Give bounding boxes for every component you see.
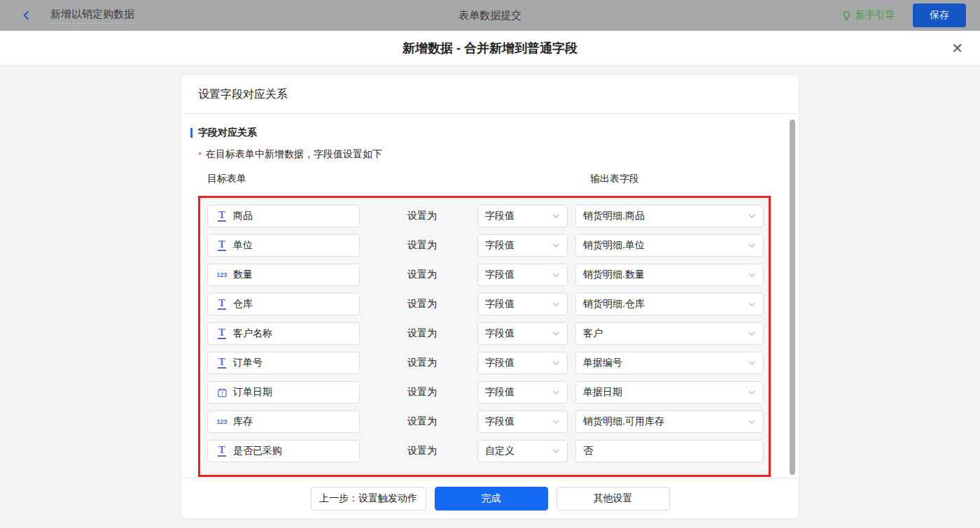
target-field-input[interactable]: T 商品 — [207, 205, 360, 227]
mapping-highlight-box: T 商品 设置为 字段值 销货明细.商品 T 单位 设置为 字段值 — [198, 196, 771, 477]
target-field-input[interactable]: T 单位 — [207, 234, 360, 257]
mode-select[interactable]: 自定义 — [477, 440, 568, 462]
target-field-label: 单位 — [233, 239, 253, 252]
mode-select[interactable]: 字段值 — [477, 381, 568, 404]
output-select-value: 销货明细.数量 — [583, 269, 743, 281]
modal-title: 新增数据 - 合并新增到普通字段 — [402, 40, 578, 57]
set-as-label: 设置为 — [407, 210, 437, 222]
mode-select-value: 字段值 — [485, 298, 547, 311]
lightbulb-icon — [841, 10, 852, 21]
prev-step-button[interactable]: 上一步：设置触发动作 — [311, 487, 426, 511]
mode-select-value: 字段值 — [485, 210, 547, 222]
target-field-label: 库存 — [233, 415, 253, 428]
chevron-down-icon — [748, 388, 756, 397]
save-button[interactable]: 保存 — [913, 3, 966, 27]
mode-select-value: 自定义 — [485, 445, 547, 457]
output-select[interactable]: 单据日期 — [575, 381, 764, 404]
chevron-down-icon — [748, 271, 756, 279]
target-field-label: 仓库 — [233, 298, 253, 311]
mapping-row: T 商品 设置为 字段值 销货明细.商品 — [207, 205, 762, 227]
chevron-down-icon — [552, 388, 560, 397]
chevron-down-icon — [552, 271, 560, 279]
set-as-label: 设置为 — [407, 445, 437, 457]
target-field-label: 数量 — [233, 269, 253, 281]
mapping-row: T 订单号 设置为 字段值 单据编号 — [207, 352, 762, 374]
output-select[interactable]: 销货明细.仓库 — [575, 293, 764, 315]
output-select[interactable]: 客户 — [575, 322, 764, 345]
chevron-down-icon — [552, 418, 560, 426]
mode-select[interactable]: 字段值 — [477, 411, 568, 433]
output-select[interactable]: 销货明细.商品 — [575, 205, 764, 227]
target-field-input[interactable]: T 是否已采购 — [207, 440, 360, 462]
chevron-down-icon — [552, 447, 560, 455]
back-button[interactable] — [18, 7, 35, 24]
vertical-scrollbar[interactable] — [790, 120, 795, 475]
target-field-label: 客户名称 — [233, 327, 272, 340]
custom-value-input[interactable]: 否 — [575, 440, 764, 462]
mapping-row: 123 库存 设置为 字段值 销货明细.可用库存 — [207, 411, 762, 433]
output-select[interactable]: 销货明细.可用库存 — [575, 411, 764, 433]
column-headers: 目标表单 输出表字段 — [198, 173, 782, 187]
chevron-down-icon — [748, 329, 756, 338]
mode-select-value: 字段值 — [485, 239, 547, 252]
mode-select[interactable]: 字段值 — [477, 264, 568, 286]
chevron-down-icon — [748, 359, 756, 367]
other-settings-button[interactable]: 其他设置 — [556, 487, 670, 511]
target-field-input[interactable]: 123 数量 — [207, 264, 360, 286]
required-note: * 在目标表单中新增数据，字段值设置如下 — [198, 148, 782, 161]
set-as-label: 设置为 — [407, 298, 437, 311]
mapping-row: 123 数量 设置为 字段值 销货明细.数量 — [207, 264, 762, 286]
chevron-down-icon — [748, 418, 756, 426]
chevron-down-icon — [552, 241, 560, 250]
mode-select[interactable]: 字段值 — [477, 293, 568, 315]
target-field-input[interactable]: T 客户名称 — [207, 322, 360, 345]
output-select-value: 否 — [583, 445, 756, 457]
card-header-title: 设置字段对应关系 — [181, 75, 799, 114]
mapping-row: 7 订单日期 设置为 字段值 单据日期 — [207, 381, 762, 404]
target-field-input[interactable]: T 仓库 — [207, 293, 360, 315]
number-field-icon: 123 — [215, 271, 229, 278]
text-field-icon: T — [215, 211, 229, 222]
number-field-icon: 123 — [215, 418, 229, 425]
output-select-value: 销货明细.可用库存 — [583, 415, 743, 428]
mapping-rows: T 商品 设置为 字段值 销货明细.商品 T 单位 设置为 字段值 — [207, 205, 762, 462]
modal-body: 设置字段对应关系 字段对应关系 * 在目标表单中新增数据，字段值设置如下 目标表… — [0, 66, 980, 528]
text-field-icon: T — [215, 357, 229, 369]
topbar: 新增以销定购数据 表单数据提交 新手引导 保存 — [0, 0, 980, 31]
flow-name-editable[interactable]: 新增以销定购数据 — [50, 8, 134, 24]
beginner-guide-link[interactable]: 新手引导 — [841, 9, 895, 22]
topbar-center-title: 表单数据提交 — [458, 9, 522, 22]
chevron-down-icon — [552, 300, 560, 308]
chevron-down-icon — [748, 300, 756, 308]
output-select[interactable]: 销货明细.单位 — [575, 234, 764, 257]
output-select-value: 销货明细.单位 — [583, 239, 743, 252]
done-button[interactable]: 完成 — [435, 487, 548, 511]
svg-text:7: 7 — [220, 390, 223, 395]
target-field-label: 订单号 — [233, 357, 262, 369]
section-accent-bar — [190, 128, 192, 138]
mode-select[interactable]: 字段值 — [477, 322, 568, 345]
mode-select[interactable]: 字段值 — [477, 205, 568, 227]
required-asterisk: * — [198, 148, 202, 160]
mode-select[interactable]: 字段值 — [477, 234, 568, 257]
set-as-label: 设置为 — [407, 386, 437, 399]
output-select[interactable]: 单据编号 — [575, 352, 764, 374]
mode-select-value: 字段值 — [485, 357, 547, 369]
mode-select[interactable]: 字段值 — [477, 352, 568, 374]
chevron-down-icon — [552, 359, 560, 367]
output-select-value: 销货明细.商品 — [583, 210, 743, 222]
target-field-input[interactable]: T 订单号 — [207, 352, 360, 374]
date-field-icon: 7 — [215, 387, 229, 398]
target-field-label: 是否已采购 — [233, 445, 282, 457]
close-icon[interactable]: ✕ — [951, 41, 963, 55]
text-field-icon: T — [215, 328, 229, 340]
output-select[interactable]: 销货明细.数量 — [575, 264, 764, 286]
mode-select-value: 字段值 — [485, 386, 547, 399]
card-footer: 上一步：设置触发动作 完成 其他设置 — [181, 478, 799, 518]
required-note-text: 在目标表单中新增数据，字段值设置如下 — [206, 148, 382, 161]
target-field-input[interactable]: 7 订单日期 — [207, 381, 360, 404]
set-as-label: 设置为 — [407, 239, 437, 252]
settings-card: 设置字段对应关系 字段对应关系 * 在目标表单中新增数据，字段值设置如下 目标表… — [181, 75, 799, 518]
output-select-value: 客户 — [583, 327, 743, 340]
target-field-input[interactable]: 123 库存 — [207, 411, 360, 433]
